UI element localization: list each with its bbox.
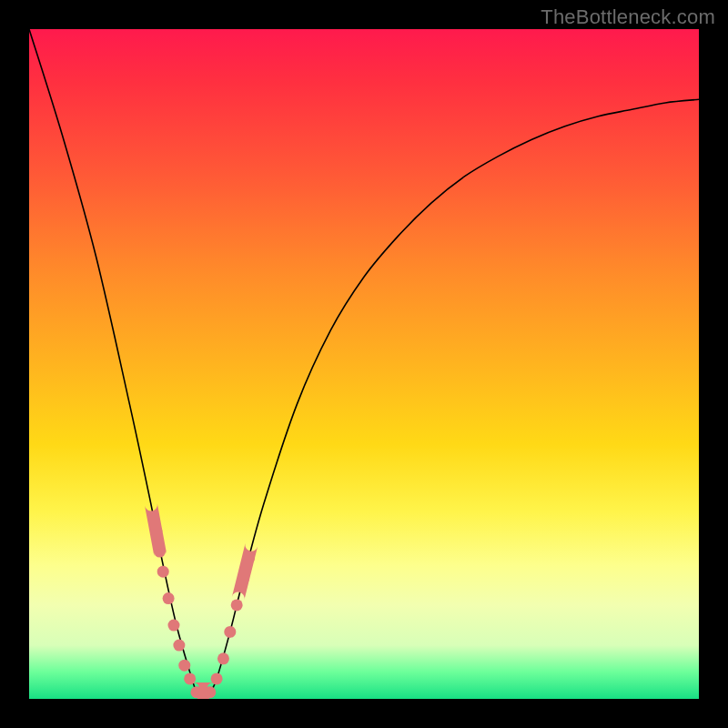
watermark-text: TheBottleneck.com bbox=[541, 5, 715, 29]
curve-marker bbox=[224, 626, 236, 638]
curve-marker-cap bbox=[232, 543, 258, 600]
chart-frame: TheBottleneck.com bbox=[0, 0, 728, 728]
curve-marker bbox=[184, 672, 196, 684]
curve-marker bbox=[163, 592, 175, 604]
curve-markers bbox=[145, 503, 258, 699]
bottleneck-curve bbox=[29, 29, 699, 699]
curve-marker bbox=[157, 566, 169, 578]
curve-marker bbox=[217, 652, 229, 664]
curve-marker bbox=[167, 620, 179, 632]
curve-marker bbox=[173, 640, 185, 652]
curve-marker bbox=[231, 599, 243, 611]
curve-marker bbox=[211, 672, 223, 684]
bottleneck-curve-svg bbox=[29, 29, 699, 699]
curve-marker bbox=[178, 660, 190, 672]
curve-marker-cap bbox=[145, 503, 167, 556]
plot-area bbox=[29, 29, 699, 699]
